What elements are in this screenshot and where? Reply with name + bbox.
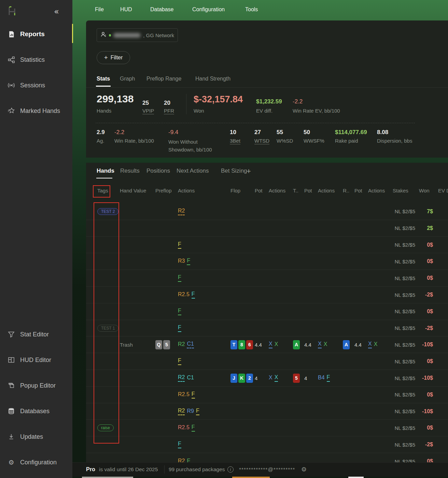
action-text[interactable]: R2 bbox=[178, 341, 185, 348]
column-header-t-[interactable]: T.. bbox=[293, 188, 298, 193]
tab-bet-sizing[interactable]: Bet Sizing bbox=[221, 168, 247, 174]
tag-pill[interactable]: TEST 2 bbox=[97, 208, 118, 215]
action-text[interactable]: F bbox=[178, 441, 181, 448]
sidebar-item-statistics[interactable]: Statistics bbox=[8, 55, 45, 65]
action-text[interactable]: X bbox=[318, 341, 322, 348]
hand-row[interactable]: FNL $2/$50$ bbox=[86, 353, 448, 370]
column-header-won[interactable]: Won bbox=[419, 188, 430, 193]
sidebar-collapse-icon[interactable]: « bbox=[54, 7, 59, 16]
sidebar-item-databases[interactable]: Databases bbox=[8, 406, 50, 416]
action-text[interactable]: F bbox=[192, 424, 195, 432]
stat-pfr-label[interactable]: PFR bbox=[164, 108, 174, 114]
stat-wtsd-label[interactable]: WTSD bbox=[254, 138, 269, 144]
sidebar-item-stat-editor[interactable]: Stat Editor bbox=[8, 329, 49, 339]
info-icon[interactable]: i bbox=[227, 466, 234, 473]
menu-configuration[interactable]: Configuration bbox=[192, 6, 225, 13]
column-header-actions[interactable]: Actions bbox=[318, 188, 335, 193]
tab-graph[interactable]: Graph bbox=[120, 76, 135, 82]
hand-row[interactable]: TEST 2R2NL $2/$57$ bbox=[86, 203, 448, 220]
column-header-actions[interactable]: Actions bbox=[269, 188, 285, 193]
action-text[interactable]: F bbox=[196, 408, 199, 415]
action-text[interactable]: F bbox=[178, 324, 181, 332]
tab-preflop-range[interactable]: Preflop Range bbox=[146, 76, 181, 82]
column-header-hand-value[interactable]: Hand Value bbox=[120, 188, 146, 193]
action-text[interactable]: C1 bbox=[187, 375, 194, 381]
hand-row[interactable]: NL $2/$52$ bbox=[86, 220, 448, 236]
sidebar-item-sessions[interactable]: Sessions bbox=[8, 80, 45, 90]
tab-hands[interactable]: Hands bbox=[97, 168, 114, 174]
column-header-pot[interactable]: Pot bbox=[354, 188, 362, 193]
tab-hand-strength[interactable]: Hand Strength bbox=[195, 76, 230, 82]
action-text[interactable]: R2.5 bbox=[178, 391, 190, 398]
column-header-actions[interactable]: Actions bbox=[368, 188, 385, 193]
action-text[interactable]: X bbox=[269, 341, 272, 348]
menu-tools[interactable]: Tools bbox=[245, 6, 258, 13]
hand-row[interactable]: R2.5FNL $2/$50$ bbox=[86, 386, 448, 403]
action-text[interactable]: F bbox=[192, 391, 195, 399]
sidebar-item-configuration[interactable]: ⚙ Configuration bbox=[8, 457, 57, 467]
hand-row[interactable]: R2C1JK24XX54B4FNL $2/$5-10$ bbox=[86, 370, 448, 386]
column-header-pot[interactable]: Pot bbox=[304, 188, 312, 193]
settings-gear-icon[interactable]: ⚙ bbox=[301, 466, 307, 473]
action-text[interactable]: R2 bbox=[178, 208, 185, 215]
hand-row[interactable]: TEST 1FNL $2/$5-2$ bbox=[86, 320, 448, 336]
action-text[interactable]: C1 bbox=[187, 341, 194, 348]
action-text[interactable]: X bbox=[368, 341, 372, 348]
action-text[interactable]: R9 bbox=[187, 408, 194, 415]
hand-row[interactable]: raiseR2.5FNL $2/$50$ bbox=[86, 419, 448, 436]
tab-next-actions[interactable]: Next Actions bbox=[177, 168, 209, 174]
sidebar-item-marked-hands[interactable]: Marked Hands bbox=[8, 106, 60, 116]
tab-stats[interactable]: Stats bbox=[97, 76, 110, 82]
action-text[interactable]: B4 bbox=[318, 375, 325, 381]
hand-row[interactable]: R3FNL $2/$50$ bbox=[86, 253, 448, 270]
action-text[interactable]: F bbox=[178, 308, 181, 315]
action-text[interactable]: R3 bbox=[178, 258, 185, 265]
tag-pill[interactable]: TEST 1 bbox=[97, 325, 118, 332]
sidebar-item-hud-editor[interactable]: HUD Editor bbox=[8, 355, 51, 365]
filter-button[interactable]: + Filter bbox=[97, 51, 130, 64]
column-header-r-[interactable]: R.. bbox=[343, 188, 349, 193]
action-text[interactable]: X bbox=[374, 341, 378, 348]
menu-database[interactable]: Database bbox=[150, 6, 174, 13]
action-text[interactable]: F bbox=[187, 458, 190, 462]
hand-row[interactable]: R2.5FNL $2/$5-2$ bbox=[86, 286, 448, 303]
sidebar-item-reports[interactable]: Reports bbox=[8, 29, 45, 39]
action-text[interactable]: X bbox=[269, 375, 272, 381]
column-header-tags[interactable]: Tags bbox=[97, 188, 108, 193]
action-text[interactable]: F bbox=[192, 291, 195, 299]
action-text[interactable]: R2.5 bbox=[178, 424, 190, 431]
stat-3bet-label[interactable]: 3Bet bbox=[230, 138, 240, 144]
tab-positions[interactable]: Positions bbox=[146, 168, 170, 174]
tag-pill[interactable]: raise bbox=[97, 424, 114, 431]
player-selector[interactable]: , GG Network bbox=[97, 28, 178, 42]
hand-row[interactable]: FNL $2/$5-2$ bbox=[86, 436, 448, 453]
action-text[interactable]: F bbox=[178, 358, 181, 365]
sidebar-item-popup-editor[interactable]: Popup Editor bbox=[8, 380, 56, 391]
action-text[interactable]: R2 bbox=[178, 374, 185, 382]
add-tab-plus-icon[interactable]: + bbox=[247, 167, 251, 176]
tab-results[interactable]: Results bbox=[120, 168, 140, 174]
hand-row[interactable]: FNL $2/$50$ bbox=[86, 270, 448, 286]
action-text[interactable]: X bbox=[275, 341, 278, 348]
column-header-preflop[interactable]: Preflop bbox=[155, 188, 172, 193]
sidebar-item-updates[interactable]: Updates bbox=[8, 432, 43, 442]
hand-row[interactable]: TrashQ5R2C1T864.4XXA4.4XXA4.4XXNL $2/$5-… bbox=[86, 336, 448, 353]
column-header-flop[interactable]: Flop bbox=[230, 188, 240, 193]
action-text[interactable]: F bbox=[327, 374, 330, 382]
action-text[interactable]: R2.5 bbox=[178, 291, 190, 298]
action-text[interactable]: F bbox=[187, 258, 190, 265]
action-text[interactable]: R2 bbox=[178, 408, 185, 415]
action-text[interactable]: R2 bbox=[178, 458, 185, 462]
menu-file[interactable]: File bbox=[95, 6, 104, 13]
column-header-pot[interactable]: Pot bbox=[255, 188, 263, 193]
hand-row[interactable]: FNL $2/$50$ bbox=[86, 303, 448, 320]
column-header-stakes[interactable]: Stakes bbox=[393, 188, 408, 193]
stat-vpip-label[interactable]: VPIP bbox=[142, 108, 154, 114]
action-text[interactable]: X bbox=[324, 341, 327, 348]
action-text[interactable]: F bbox=[178, 274, 181, 282]
column-header-actions[interactable]: Actions bbox=[178, 188, 195, 193]
column-header-ev-d[interactable]: EV D bbox=[438, 188, 448, 193]
hand-row[interactable]: R2FNL $2/$50$ bbox=[86, 453, 448, 462]
action-text[interactable]: X bbox=[275, 374, 278, 382]
menu-hud[interactable]: HUD bbox=[120, 6, 132, 13]
